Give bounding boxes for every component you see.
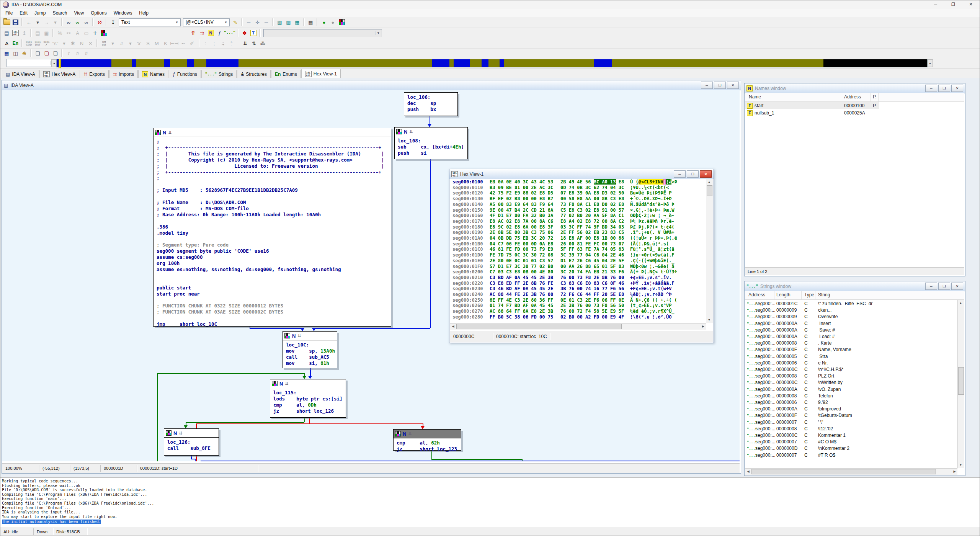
- strings-row[interactable]: "..."seg000:...0000000DC\nKommentar 2: [745, 445, 957, 452]
- node-name-icon[interactable]: N: [173, 431, 177, 436]
- navigation-band[interactable]: [56, 59, 928, 67]
- set-colors-button[interactable]: [100, 29, 108, 37]
- make-array-button[interactable]: ✱: [69, 39, 77, 47]
- scroll-left-icon[interactable]: ◀: [745, 469, 751, 474]
- menu-jump[interactable]: Jump: [31, 10, 49, 16]
- graph-node-loc_108[interactable]: N⇊loc_108:sub cx, [bx+di+4Eh]push si: [394, 127, 468, 159]
- open-subview-b-button[interactable]: ▨: [284, 18, 293, 26]
- back-button[interactable]: ←: [24, 18, 33, 26]
- names-row[interactable]: Fstart00000100P: [745, 102, 879, 109]
- graph-node-loc_126[interactable]: N⇊loc_126:call sub_8FE: [164, 428, 219, 456]
- node-header[interactable]: N⇊: [270, 379, 346, 388]
- node-palette-icon[interactable]: [272, 381, 278, 386]
- column-separator[interactable]: [774, 291, 774, 299]
- flower-button[interactable]: ✽: [240, 29, 249, 37]
- node-palette-icon[interactable]: [396, 129, 402, 134]
- menu-edit[interactable]: Edit: [16, 10, 31, 16]
- undefine-button[interactable]: 0101✗: [42, 39, 51, 47]
- make-number-button[interactable]: #: [117, 39, 126, 47]
- column-separator[interactable]: [815, 291, 815, 299]
- zoom-out-button[interactable]: ─: [244, 18, 253, 26]
- node-collapse-icon[interactable]: ⇊: [168, 130, 172, 135]
- node-header[interactable]: N⇊: [283, 332, 337, 340]
- strings-row[interactable]: "..."seg000:...00000005C Stra: [745, 353, 957, 360]
- strings-row[interactable]: "..."seg000:...0000000ECName, Vorname: [745, 346, 957, 353]
- gear-options-button[interactable]: ❋: [20, 49, 29, 57]
- search-text-button[interactable]: ∞: [73, 18, 82, 26]
- strings-row[interactable]: "..."seg000:...00000007C' \": [745, 419, 957, 426]
- function-list-button[interactable]: fi: [82, 49, 91, 57]
- graph-node-loc_106[interactable]: loc_106:dec sppush bx: [404, 92, 458, 116]
- strings-row[interactable]: "..."seg000:...0000000CCKommentar 1: [745, 432, 957, 439]
- scroll-right-icon[interactable]: ▶: [952, 469, 957, 474]
- script-command-button[interactable]: ◫: [11, 49, 20, 57]
- disabled-combo[interactable]: ▼: [263, 29, 382, 37]
- minimize-button[interactable]: ─: [927, 0, 944, 8]
- graph-node-loc_10C[interactable]: N⇊loc_10C:mov sp, 13A0hcall sub_AC5mov s…: [283, 331, 337, 368]
- invert-sign-button[interactable]: ∼: [179, 39, 188, 47]
- strings-row[interactable]: "..."seg000:...0000000CC\n*#C.H.P.$*: [745, 366, 957, 373]
- hex-view-button-button[interactable]: 101011: [11, 29, 20, 37]
- struct-offset-button[interactable]: ⊢⊣: [170, 39, 179, 47]
- node-collapse-icon[interactable]: ⇊: [285, 381, 288, 386]
- scroll-up-icon[interactable]: ▲: [706, 179, 712, 185]
- tab-hex-view-1[interactable]: 101011Hex View-1: [301, 69, 341, 78]
- save-database-button[interactable]: [11, 18, 20, 26]
- column-separator[interactable]: [842, 93, 842, 101]
- ida-view-a-titlebar[interactable]: ▤ IDA View-A ─ ❐ ✕: [2, 80, 741, 90]
- column-separator[interactable]: [871, 93, 871, 101]
- calculator-button[interactable]: ▦: [2, 49, 11, 57]
- column-header-name[interactable]: Name: [749, 94, 761, 100]
- strings-row[interactable]: "..."seg000:...0000000AC\vO. Zupan: [745, 386, 957, 393]
- strings-row[interactable]: "..."seg000:...00000007C#T R O$: [745, 452, 957, 459]
- make-code-button[interactable]: 0101COD: [24, 39, 33, 47]
- scroll-right-icon[interactable]: ▶: [700, 324, 706, 329]
- hex-dump[interactable]: seg000:0100EB 0A 0E 40 3C 43 4C 532B 49 …: [450, 179, 706, 323]
- strings-header[interactable]: AddressLengthTypeString: [745, 291, 964, 300]
- strings-horizontal-scrollbar[interactable]: ◀▶: [745, 468, 957, 475]
- column-header-string[interactable]: String: [818, 292, 830, 297]
- tab-strings[interactable]: "..."Strings: [201, 70, 237, 78]
- node-palette-icon[interactable]: [395, 431, 401, 436]
- open-subview-a-button[interactable]: ▧: [275, 18, 284, 26]
- edit-comment-button[interactable]: ✐: [188, 39, 196, 47]
- node-collapse-icon[interactable]: ⇊: [179, 431, 182, 436]
- windows-cascade-button[interactable]: ❏: [33, 49, 42, 57]
- jump-address-button[interactable]: ↧: [109, 18, 118, 26]
- graph-node-comment[interactable]: N⇊;; +----------------------------------…: [153, 128, 391, 327]
- scroll-left-icon[interactable]: ◀: [450, 324, 456, 329]
- strings-row[interactable]: "..."seg000:...0000000AC Load: #: [745, 333, 957, 340]
- delete-name-button[interactable]: ✕: [86, 39, 95, 47]
- open-file-button[interactable]: [2, 18, 11, 26]
- string-drop-button[interactable]: ▾: [60, 39, 69, 47]
- zoom-100-button[interactable]: %: [56, 29, 64, 37]
- names-titlebar[interactable]: N Names window ─ ❐ ✕: [745, 83, 965, 93]
- windows-tile-button[interactable]: ❏: [42, 49, 51, 57]
- tab-functions[interactable]: ƒFunctions: [169, 70, 201, 78]
- strings-row[interactable]: "..."seg000:...00000006Ce Nr.: [745, 360, 957, 366]
- options-wrench-button[interactable]: ✛: [91, 29, 100, 37]
- node-name-icon[interactable]: N: [279, 381, 283, 386]
- tab-structures[interactable]: ѦStructures: [237, 70, 271, 78]
- close-icon[interactable]: ✕: [951, 85, 963, 92]
- scroll-thumb[interactable]: [751, 469, 936, 474]
- highlight-pen-button[interactable]: ✎: [231, 18, 240, 26]
- search-immediate-button[interactable]: ∞: [82, 18, 91, 26]
- names-header[interactable]: NameAddressP.: [745, 93, 964, 102]
- close-icon[interactable]: ✕: [700, 170, 712, 178]
- node-header[interactable]: N⇊: [154, 128, 391, 137]
- open-exports-button[interactable]: ⇈: [189, 29, 198, 37]
- tab-enums[interactable]: EnEnums: [271, 70, 301, 78]
- open-enums-button[interactable]: En: [11, 39, 20, 47]
- band-scroll-right[interactable]: ▸: [928, 59, 933, 67]
- tab-hex-view-a[interactable]: 101011Hex View-A: [39, 70, 79, 78]
- open-names-button[interactable]: N: [206, 29, 215, 37]
- restore-icon[interactable]: ❐: [938, 283, 950, 290]
- strings-row[interactable]: "..."seg000:...00000008CPLZ Ort: [745, 373, 957, 379]
- strings-titlebar[interactable]: "..." Strings window ─ ❐ ✕: [745, 281, 965, 291]
- navband-combo[interactable]: ▼: [7, 59, 57, 67]
- scroll-thumb[interactable]: [456, 324, 622, 329]
- column-separator[interactable]: [801, 291, 802, 299]
- column-separator[interactable]: [878, 93, 879, 101]
- graph-snapshot-button[interactable]: ▣: [42, 29, 51, 37]
